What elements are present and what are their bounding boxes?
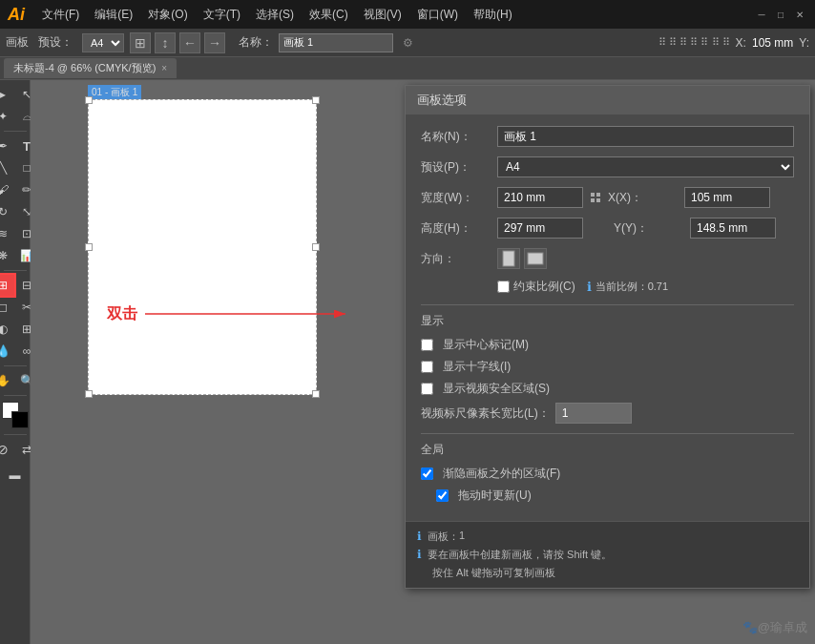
tab-title: 未标题-4 @ 66% (CMYK/预览) xyxy=(13,61,156,75)
selection-tool[interactable]: ▸ xyxy=(0,84,14,105)
menu-effect[interactable]: 效果(C) xyxy=(303,5,354,25)
show-crosshair-row: 显示十字线(I) xyxy=(421,359,794,375)
show-crosshair-label: 显示十字线(I) xyxy=(443,359,511,375)
name-field-label: 名称(N)： xyxy=(421,129,497,145)
menu-edit[interactable]: 编辑(E) xyxy=(89,5,138,25)
close-button[interactable]: ✕ xyxy=(792,7,807,22)
drag-update-checkbox[interactable] xyxy=(436,489,449,502)
panel-header: 画板选项 xyxy=(406,86,809,114)
direction-label: 方向： xyxy=(421,251,497,267)
hand-tool[interactable]: ✋ xyxy=(0,370,14,391)
warp-tool[interactable]: ≋ xyxy=(0,223,14,244)
toolbar-icons: ⊞ ↕ ← → xyxy=(130,32,225,53)
background-color[interactable] xyxy=(11,411,29,428)
artboard-name-input[interactable] xyxy=(497,126,794,147)
paintbrush-tool[interactable]: 🖌 xyxy=(0,179,14,200)
preset-dropdown[interactable]: A4 xyxy=(497,156,794,177)
icon-btn-4[interactable]: → xyxy=(204,32,225,53)
fade-checkbox[interactable] xyxy=(421,467,433,480)
fill-none-btn[interactable]: ⊘ xyxy=(0,439,14,460)
video-ratio-input[interactable] xyxy=(555,403,632,424)
canvas-area[interactable]: 01 - 画板 1 双击 xyxy=(31,80,815,644)
global-section-title: 全局 xyxy=(421,442,794,458)
menu-view[interactable]: 视图(V) xyxy=(358,5,408,25)
icon-btn-1[interactable]: ⊞ xyxy=(130,32,151,53)
icon-btn-3[interactable]: ← xyxy=(179,32,200,53)
handle-tr[interactable] xyxy=(312,96,320,104)
x-field-label: X(X)： xyxy=(608,190,684,206)
preset-prefix: 预设： xyxy=(38,34,73,51)
fade-row: 渐隐画板之外的区域(F) xyxy=(421,466,794,482)
width-input[interactable] xyxy=(497,187,583,208)
footer-hint2-text: 按住 Alt 键拖动可复制画板 xyxy=(432,567,555,578)
show-center-checkbox[interactable] xyxy=(421,339,433,351)
panel-title: 画板选项 xyxy=(417,92,467,109)
footer-count-value: 1 xyxy=(459,530,465,541)
footer-hint2: 按住 Alt 键拖动可复制画板 xyxy=(432,566,798,580)
pen-tool[interactable]: ✒ xyxy=(0,135,14,156)
handle-mr[interactable] xyxy=(312,243,320,251)
app-logo: Ai xyxy=(8,5,25,25)
gradient-tool[interactable]: ◐ xyxy=(0,319,14,340)
handle-br[interactable] xyxy=(312,390,320,398)
magic-wand-tool[interactable]: ✦ xyxy=(0,106,14,127)
y-input[interactable] xyxy=(690,218,776,239)
portrait-btn[interactable] xyxy=(497,248,520,269)
panel-body: 名称(N)： 预设(P)： A4 宽度(W)： xyxy=(406,114,809,521)
info-icon: ℹ xyxy=(587,280,592,294)
rotate-tool[interactable]: ↻ xyxy=(0,201,14,222)
change-screen-mode[interactable]: ▬ xyxy=(4,465,27,486)
footer-hint1: ℹ 要在画板中创建新画板，请按 Shift 键。 xyxy=(417,548,798,562)
x-input[interactable] xyxy=(684,187,770,208)
x-label: X: xyxy=(736,36,746,50)
watermark: 🐾@瑜卓成 xyxy=(742,619,807,636)
show-video-checkbox[interactable] xyxy=(421,383,433,395)
artboard-tool[interactable]: ⊞ xyxy=(0,275,14,296)
symbol-tool[interactable]: ❋ xyxy=(0,245,14,266)
menu-window[interactable]: 窗口(W) xyxy=(411,5,464,25)
preset-select[interactable]: A4 xyxy=(82,33,124,52)
artboard-options-panel: 画板选项 名称(N)： 预设(P)： A4 宽度(W)： xyxy=(405,85,810,589)
footer-hint1-text: 要在画板中创建新画板，请按 Shift 键。 xyxy=(428,548,612,562)
line-tool[interactable]: ╲ xyxy=(0,157,14,178)
left-toolbar: ▸ ↖ ✦ ⌓ ✒ T ╲ □ 🖌 ✏ ↻ ⤡ ≋ ⊡ ❋ 📊 xyxy=(0,80,31,644)
footer-hint-icon: ℹ xyxy=(417,548,422,561)
menu-help[interactable]: 帮助(H) xyxy=(468,5,518,25)
eyedropper-tool[interactable]: 💧 xyxy=(0,341,14,362)
landscape-btn[interactable] xyxy=(524,248,547,269)
handle-bl[interactable] xyxy=(85,390,93,398)
width-label: 宽度(W)： xyxy=(421,190,497,206)
window-controls: ─ □ ✕ xyxy=(754,7,807,22)
artboard[interactable] xyxy=(88,99,317,395)
icon-btn-2[interactable]: ↕ xyxy=(155,32,176,53)
menu-object[interactable]: 对象(O) xyxy=(142,5,193,25)
menu-select[interactable]: 选择(S) xyxy=(250,5,300,25)
height-input[interactable] xyxy=(497,218,583,239)
show-video-row: 显示视频安全区域(S) xyxy=(421,381,794,397)
document-tab[interactable]: 未标题-4 @ 66% (CMYK/预览) × xyxy=(4,58,177,78)
minimize-button[interactable]: ─ xyxy=(754,7,769,22)
y-field-label: Y(Y)： xyxy=(614,220,690,237)
preset-label: 画板 xyxy=(6,34,29,51)
show-crosshair-checkbox[interactable] xyxy=(421,361,433,373)
drag-update-label: 拖动时更新(U) xyxy=(458,488,532,504)
footer-count-label: 画板： xyxy=(428,530,459,544)
y-label: Y: xyxy=(799,36,809,50)
constrain-checkbox[interactable] xyxy=(497,280,510,293)
tab-close-button[interactable]: × xyxy=(161,63,167,73)
handle-tl[interactable] xyxy=(85,96,93,104)
main-area: ▸ ↖ ✦ ⌓ ✒ T ╲ □ 🖌 ✏ ↻ ⤡ ≋ ⊡ ❋ 📊 xyxy=(0,80,815,644)
menu-type[interactable]: 文字(T) xyxy=(198,5,246,25)
maximize-button[interactable]: □ xyxy=(773,7,788,22)
video-ratio-label: 视频标尺像素长宽比(L)： xyxy=(421,405,550,422)
fade-label: 渐隐画板之外的区域(F) xyxy=(443,466,560,482)
ratio-label: 当前比例：0.71 xyxy=(596,280,668,294)
name-input[interactable] xyxy=(279,33,393,52)
eraser-tool[interactable]: ◻ xyxy=(0,297,14,318)
orientation-buttons xyxy=(497,248,547,269)
handle-ml[interactable] xyxy=(85,243,93,251)
svg-rect-2 xyxy=(503,251,514,266)
menu-file[interactable]: 文件(F) xyxy=(36,5,85,25)
footer-info-icon: ℹ xyxy=(417,530,422,543)
name-row: 名称(N)： xyxy=(421,126,794,147)
